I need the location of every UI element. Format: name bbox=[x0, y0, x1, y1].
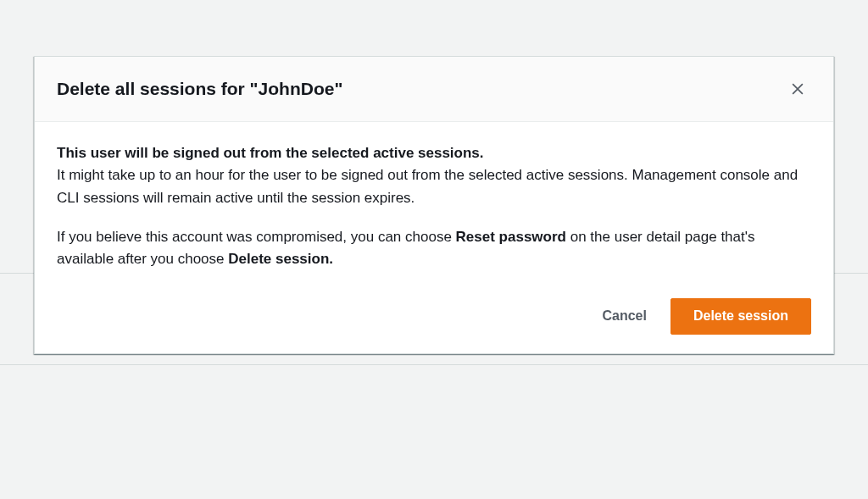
modal-footer: Cancel Delete session bbox=[35, 286, 833, 353]
close-icon bbox=[789, 80, 806, 97]
compromise-text-before: If you believe this account was compromi… bbox=[57, 229, 456, 245]
reset-password-bold: Reset password bbox=[456, 229, 566, 245]
modal-header: Delete all sessions for "JohnDoe" bbox=[35, 57, 833, 122]
delete-session-bold: Delete session. bbox=[228, 251, 333, 267]
signout-warning-text: It might take up to an hour for the user… bbox=[57, 167, 798, 205]
modal-paragraph-2: If you believe this account was compromi… bbox=[57, 226, 811, 271]
modal-title: Delete all sessions for "JohnDoe" bbox=[57, 77, 342, 100]
signout-warning-bold: This user will be signed out from the se… bbox=[57, 145, 484, 161]
close-button[interactable] bbox=[784, 75, 811, 103]
modal-body: This user will be signed out from the se… bbox=[35, 122, 833, 286]
background-divider bbox=[0, 364, 868, 365]
delete-session-button[interactable]: Delete session bbox=[670, 298, 811, 335]
modal-paragraph-1: This user will be signed out from the se… bbox=[57, 142, 811, 209]
delete-sessions-modal: Delete all sessions for "JohnDoe" This u… bbox=[34, 56, 834, 354]
cancel-button[interactable]: Cancel bbox=[588, 299, 659, 334]
